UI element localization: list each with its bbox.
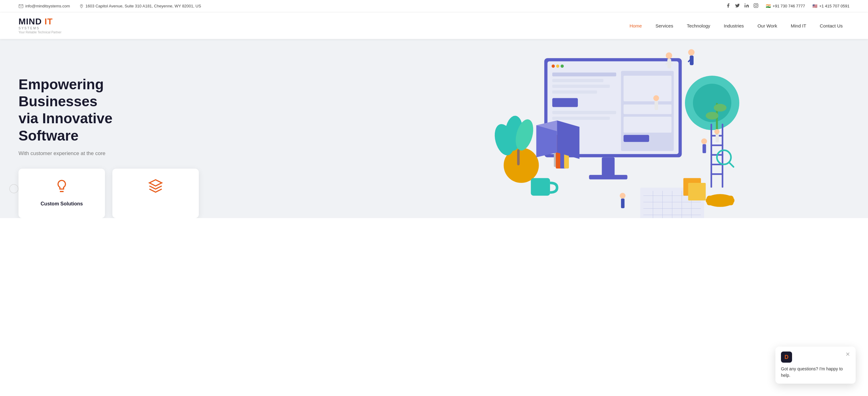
svg-point-1 xyxy=(81,5,82,6)
svg-rect-82 xyxy=(621,199,624,208)
svg-rect-65 xyxy=(655,101,658,110)
logo-text: MIND IT xyxy=(19,17,61,26)
svg-point-57 xyxy=(688,49,695,56)
svg-rect-16 xyxy=(552,90,597,93)
phone-us: 🇺🇸 +1 415 707 0591 xyxy=(812,4,849,8)
layers-icon xyxy=(148,178,163,196)
svg-point-60 xyxy=(714,129,719,134)
topbar-left: info@minditsystems.com 1603 Capitol Aven… xyxy=(19,4,201,9)
header: MIND IT SYSTEMS Your Reliable Technical … xyxy=(0,12,868,39)
logo-tagline: Your Reliable Technical Partner xyxy=(19,31,61,34)
email-info: info@minditsystems.com xyxy=(19,4,70,9)
svg-rect-8 xyxy=(602,157,615,176)
hero-subtitle: With customer experience at the core xyxy=(19,150,167,157)
svg-rect-13 xyxy=(552,73,616,76)
instagram-icon[interactable] xyxy=(753,3,758,9)
svg-rect-9 xyxy=(589,175,627,179)
svg-point-81 xyxy=(620,193,626,199)
location-icon xyxy=(79,4,84,9)
svg-point-12 xyxy=(561,64,564,68)
india-flag: 🇮🇳 xyxy=(766,4,771,8)
svg-rect-21 xyxy=(623,76,671,101)
facebook-icon[interactable] xyxy=(726,3,731,9)
svg-point-5 xyxy=(757,4,757,5)
card-custom-solutions: Custom Solutions xyxy=(19,169,105,218)
topbar-right: 🇮🇳 +91 730 746 7777 🇺🇸 +1 415 707 0591 xyxy=(726,3,849,9)
nav-contact-us[interactable]: Contact Us xyxy=(813,21,849,31)
hero-illustration xyxy=(304,39,868,218)
hero-illustration-svg xyxy=(304,39,868,218)
svg-rect-18 xyxy=(552,111,616,114)
address-info: 1603 Capitol Avenue, Suite 310 A181, Che… xyxy=(79,4,201,9)
svg-point-53 xyxy=(666,53,672,59)
topbar: info@minditsystems.com 1603 Capitol Aven… xyxy=(0,0,868,12)
svg-rect-38 xyxy=(722,123,723,188)
lightbulb-icon xyxy=(54,178,69,196)
hero-section: Empowering Businesses via Innovative Sof… xyxy=(0,39,868,218)
svg-rect-19 xyxy=(552,117,610,120)
svg-rect-3 xyxy=(754,3,758,7)
svg-rect-29 xyxy=(517,149,520,165)
svg-rect-63 xyxy=(703,144,706,153)
svg-rect-17 xyxy=(552,98,578,107)
social-icons xyxy=(726,3,758,9)
card-layers xyxy=(112,169,199,218)
svg-marker-68 xyxy=(557,120,580,159)
nav-industries[interactable]: Industries xyxy=(717,21,751,31)
svg-marker-84 xyxy=(149,180,162,186)
email-text: info@minditsystems.com xyxy=(25,4,70,8)
svg-rect-40 xyxy=(711,145,723,146)
nav-our-work[interactable]: Our Work xyxy=(751,21,784,31)
hero-title: Empowering Businesses via Innovative Sof… xyxy=(19,76,167,144)
svg-point-45 xyxy=(714,104,726,112)
svg-rect-23 xyxy=(623,117,671,133)
twitter-icon[interactable] xyxy=(735,3,740,9)
card-custom-solutions-title: Custom Solutions xyxy=(41,201,83,207)
svg-rect-14 xyxy=(552,79,603,82)
svg-point-11 xyxy=(556,64,559,68)
nav-services[interactable]: Services xyxy=(649,21,680,31)
svg-rect-80 xyxy=(688,183,706,200)
address-text: 1603 Capitol Avenue, Suite 310 A181, Che… xyxy=(86,4,201,8)
logo-sub: SYSTEMS xyxy=(19,27,61,30)
svg-rect-50 xyxy=(707,196,734,205)
svg-rect-34 xyxy=(531,178,550,196)
svg-rect-24 xyxy=(623,135,649,142)
nav-mind-it[interactable]: Mind IT xyxy=(784,21,813,31)
svg-rect-15 xyxy=(552,85,610,88)
nav-home[interactable]: Home xyxy=(623,21,649,31)
phone-india: 🇮🇳 +91 730 746 7777 xyxy=(766,4,805,8)
svg-point-62 xyxy=(701,138,707,144)
svg-point-10 xyxy=(552,64,555,68)
logo: MIND IT SYSTEMS Your Reliable Technical … xyxy=(19,17,61,34)
svg-point-4 xyxy=(755,5,757,7)
svg-point-2 xyxy=(745,3,745,4)
svg-point-46 xyxy=(706,112,718,119)
cards-row: Custom Solutions xyxy=(19,169,199,218)
svg-point-64 xyxy=(653,95,659,101)
nav-technology[interactable]: Technology xyxy=(680,21,717,31)
svg-rect-54 xyxy=(668,59,671,68)
svg-rect-43 xyxy=(711,173,723,175)
svg-line-48 xyxy=(729,163,734,167)
linkedin-icon[interactable] xyxy=(744,3,749,9)
svg-rect-22 xyxy=(623,105,671,114)
main-nav: Home Services Technology Industries Our … xyxy=(623,21,849,31)
us-flag: 🇺🇸 xyxy=(812,4,817,8)
email-icon xyxy=(19,4,24,9)
svg-rect-61 xyxy=(716,134,719,142)
svg-rect-37 xyxy=(711,123,712,188)
